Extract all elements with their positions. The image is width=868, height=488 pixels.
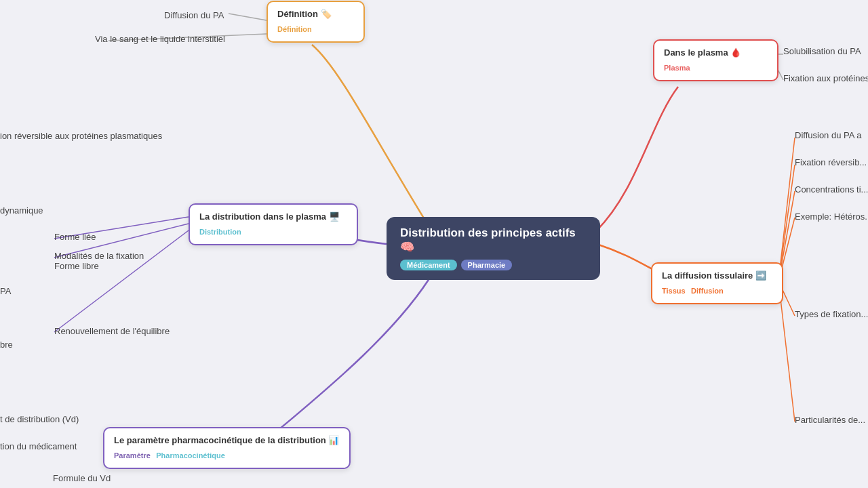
node-diffusion-tags: Tissus Diffusion xyxy=(662,284,772,296)
leaf-diffusion-pa: Diffusion du PA xyxy=(164,10,224,20)
leaf-concentrations-ti: Concentrations ti... xyxy=(795,184,868,195)
leaf-tion-medicament: tion du médicament xyxy=(0,441,77,451)
node-definition-tag: Définition xyxy=(277,22,354,35)
leaf-formule-vd: Formule du Vd xyxy=(53,473,111,483)
leaf-diffusion-pa-a: Diffusion du PA a xyxy=(795,130,862,140)
leaf-renouvellement: Renouvellement de l'équilibre xyxy=(54,326,170,336)
node-plasma[interactable]: Dans le plasma 🩸 Plasma xyxy=(653,39,778,81)
leaf-pa: PA xyxy=(0,286,11,296)
node-diffusion[interactable]: La diffusion tissulaire ➡️ Tissus Diffus… xyxy=(651,262,783,304)
leaf-fixation-reversible-plasma: ion réversible aux protéines plasmatique… xyxy=(0,131,162,141)
node-plasma-title: Dans le plasma 🩸 xyxy=(664,47,768,58)
leaf-solubilisation: Solubilisation du PA xyxy=(783,46,861,56)
tag-medicament: Médicament xyxy=(400,260,457,270)
leaf-via-sang: Via le sang et le liquide interstitiel xyxy=(95,34,225,44)
leaf-forme-libre: Forme libre xyxy=(54,261,99,271)
node-definition[interactable]: Définition 🏷️ Définition xyxy=(267,1,365,43)
central-node-tags: Médicament Pharmacie xyxy=(400,260,587,270)
tag-pharmacie: Pharmacie xyxy=(461,260,513,270)
svg-line-4 xyxy=(778,138,795,281)
node-pharmacokinetique-title: Le paramètre pharmacocinétique de la dis… xyxy=(114,435,340,445)
leaf-bre: bre xyxy=(0,340,13,350)
svg-line-0 xyxy=(229,14,267,20)
leaf-forme-liee: Forme liée xyxy=(54,232,96,242)
node-pharmacokinetique-tags: Paramètre Pharmacocinétique xyxy=(114,449,340,461)
node-distribution[interactable]: La distribution dans le plasma 🖥️ Distri… xyxy=(189,203,358,245)
leaf-exemple-heteros: Exemple: Hétéros... xyxy=(795,211,868,222)
central-node-title: Distribution des principes actifs 🧠 xyxy=(400,226,587,254)
node-distribution-tag: Distribution xyxy=(199,225,347,237)
node-plasma-tag: Plasma xyxy=(664,61,768,73)
leaf-modalites: Modalités de la fixation xyxy=(54,251,144,261)
leaf-types-fixation: Types de fixation... xyxy=(795,309,868,319)
leaf-particularites: Particularités de... xyxy=(795,415,865,425)
central-node[interactable]: Distribution des principes actifs 🧠 Médi… xyxy=(387,217,600,280)
node-diffusion-title: La diffusion tissulaire ➡️ xyxy=(662,270,772,281)
leaf-fixation-proteines: Fixation aux protéines xyxy=(783,73,868,83)
svg-line-12 xyxy=(54,230,189,332)
node-pharmacokinetique[interactable]: Le paramètre pharmacocinétique de la dis… xyxy=(103,427,351,469)
node-distribution-title: La distribution dans le plasma 🖥️ xyxy=(199,211,347,222)
leaf-dynamique: dynamique xyxy=(0,205,43,216)
node-definition-title: Définition 🏷️ xyxy=(277,9,354,19)
leaf-fixation-reversible: Fixation réversib... xyxy=(795,157,867,167)
leaf-volume-distribution: t de distribution (Vd) xyxy=(0,414,79,424)
mind-map-canvas: Diffusion du PA Via le sang et le liquid… xyxy=(0,0,868,488)
